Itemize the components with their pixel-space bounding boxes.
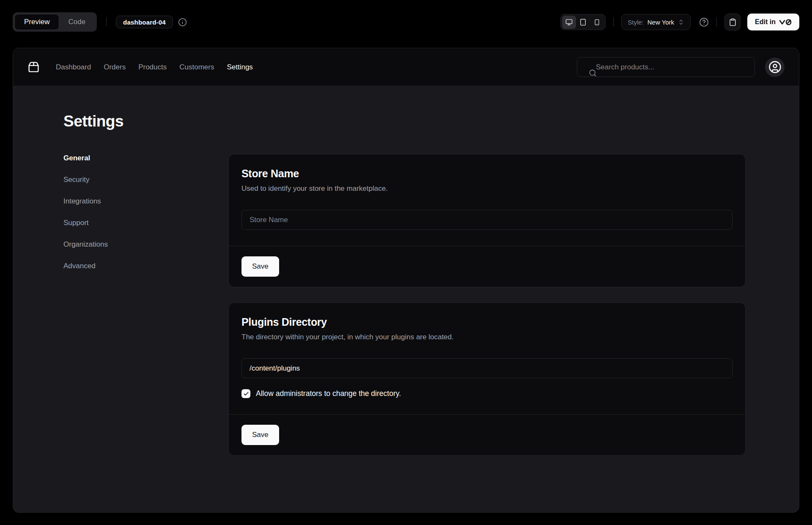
device-tablet-button[interactable] [576, 16, 590, 29]
style-select-label: Style: [628, 19, 644, 26]
sidebar-item-security[interactable]: Security [63, 176, 228, 184]
page-title: Settings [63, 113, 746, 130]
allow-admin-label[interactable]: Allow administrators to change the direc… [256, 389, 401, 398]
help-button[interactable] [699, 17, 709, 27]
toolbar-divider [613, 17, 614, 27]
package-icon[interactable] [27, 61, 40, 73]
nav-orders[interactable]: Orders [104, 63, 126, 71]
v0-logo-icon [779, 19, 792, 25]
nav-dashboard[interactable]: Dashboard [56, 63, 91, 71]
app-nav: Dashboard Orders Products Customers Sett… [56, 63, 253, 71]
allow-admin-row: Allow administrators to change the direc… [241, 389, 732, 398]
view-mode-toggle: Preview Code [13, 12, 97, 32]
plugins-directory-card: Plugins Directory The directory within y… [228, 302, 746, 456]
sidebar-item-support[interactable]: Support [63, 219, 228, 227]
search-container [577, 57, 755, 77]
preview-toolbar: Preview Code dashboard-04 Style: New Yor… [0, 0, 812, 44]
nav-customers[interactable]: Customers [179, 63, 214, 71]
plugins-directory-input[interactable] [241, 358, 732, 378]
nav-products[interactable]: Products [138, 63, 167, 71]
info-button[interactable] [178, 18, 187, 27]
monitor-icon [565, 19, 573, 26]
help-circle-icon [699, 17, 709, 27]
settings-sidebar: General Security Integrations Support Or… [63, 154, 228, 270]
copy-code-button[interactable] [724, 14, 741, 30]
check-icon [243, 391, 249, 397]
sidebar-item-integrations[interactable]: Integrations [63, 197, 228, 206]
block-name-badge: dashboard-04 [116, 16, 173, 28]
clipboard-icon [729, 18, 737, 26]
sidebar-item-general[interactable]: General [63, 154, 228, 162]
preview-frame: Dashboard Orders Products Customers Sett… [13, 48, 799, 513]
tab-preview[interactable]: Preview [15, 14, 59, 30]
allow-admin-checkbox[interactable] [241, 389, 250, 398]
style-select[interactable]: Style: New York [621, 14, 691, 30]
style-select-value: New York [647, 19, 674, 26]
search-input[interactable] [577, 57, 755, 77]
info-icon [178, 18, 187, 27]
device-desktop-button[interactable] [562, 16, 576, 29]
app-header: Dashboard Orders Products Customers Sett… [13, 48, 799, 86]
sidebar-item-organizations[interactable]: Organizations [63, 240, 228, 249]
chevrons-up-down-icon [678, 19, 684, 25]
save-button[interactable]: Save [241, 256, 279, 277]
edit-in-v0-button[interactable]: Edit in [747, 14, 799, 30]
settings-page: Settings General Security Integrations S… [13, 86, 799, 512]
tab-code[interactable]: Code [59, 14, 95, 30]
card-title: Store Name [241, 168, 732, 180]
toolbar-divider [716, 17, 717, 27]
nav-settings[interactable]: Settings [227, 63, 252, 71]
device-mobile-button[interactable] [590, 16, 604, 29]
sidebar-item-advanced[interactable]: Advanced [63, 262, 228, 270]
user-menu-button[interactable] [765, 58, 785, 77]
card-title: Plugins Directory [241, 316, 732, 328]
device-size-toggle [560, 14, 606, 30]
save-button[interactable]: Save [241, 425, 279, 445]
toolbar-divider [106, 17, 107, 27]
store-name-input[interactable] [241, 210, 732, 230]
settings-cards: Store Name Used to identify your store i… [228, 154, 746, 456]
smartphone-icon [594, 19, 600, 25]
circle-user-icon [768, 60, 782, 74]
store-name-card: Store Name Used to identify your store i… [228, 154, 746, 287]
card-description: Used to identify your store in the marke… [241, 184, 732, 193]
edit-in-v0-label: Edit in [755, 18, 776, 26]
tablet-icon [579, 19, 587, 26]
card-description: The directory within your project, in wh… [241, 333, 732, 341]
